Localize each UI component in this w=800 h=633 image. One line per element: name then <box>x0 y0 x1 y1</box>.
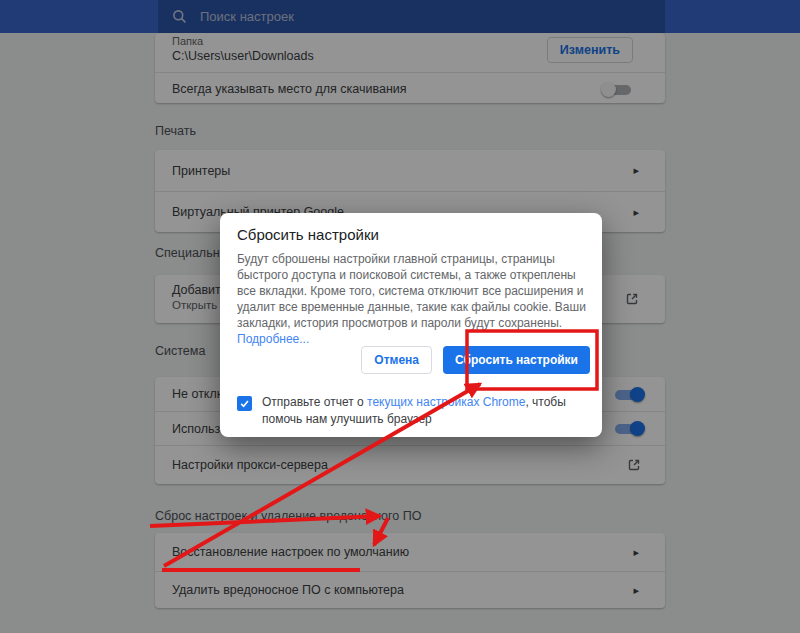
report-settings-label: Отправьте отчет о текущих настройках Chr… <box>262 394 588 428</box>
reset-settings-dialog: Сбросить настройки Будут сброшены настро… <box>220 213 602 437</box>
dialog-title: Сбросить настройки <box>237 226 379 243</box>
report-settings-checkbox[interactable] <box>237 396 252 411</box>
learn-more-link[interactable]: Подробнее... <box>237 332 309 346</box>
checkbox-text-prefix: Отправьте отчет о <box>262 395 367 409</box>
current-settings-link[interactable]: текущих настройках Chrome <box>367 395 525 409</box>
cancel-button[interactable]: Отмена <box>361 346 432 374</box>
report-settings-row: Отправьте отчет о текущих настройках Chr… <box>237 394 588 428</box>
reset-settings-button[interactable]: Сбросить настройки <box>443 346 590 374</box>
check-icon <box>239 398 250 409</box>
chrome-settings-page: Папка C:\Users\user\Downloads Изменить В… <box>0 0 800 633</box>
dialog-body-text: Будут сброшены настройки главной страниц… <box>237 252 586 330</box>
dialog-body: Будут сброшены настройки главной страниц… <box>237 251 589 347</box>
dialog-buttons: Отмена Сбросить настройки <box>361 346 590 374</box>
